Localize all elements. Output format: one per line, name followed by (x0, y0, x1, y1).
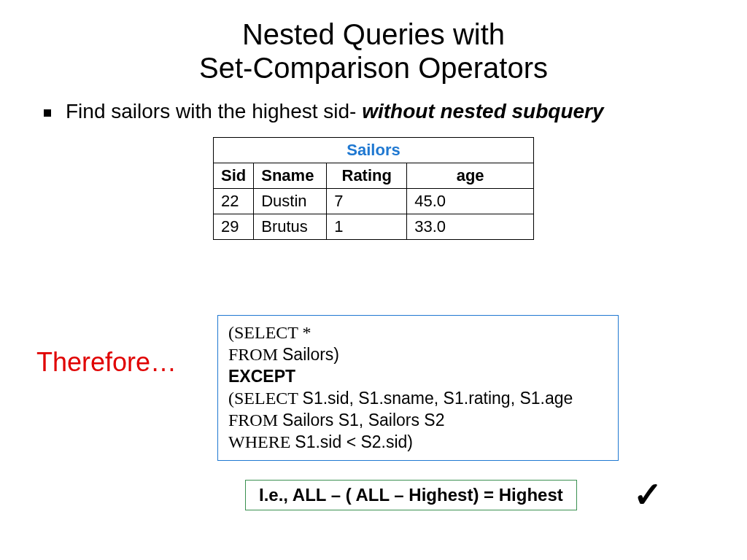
table-row: 22 Dustin 7 45.0 (214, 188, 534, 214)
sql-keyword: WHERE (228, 432, 295, 451)
sql-line: (SELECT S1.sid, S1.sname, S1.rating, S1.… (228, 387, 608, 409)
col-header-rating: Rating (327, 163, 407, 188)
table-header-row: Sid Sname Rating age (214, 163, 534, 188)
title-line-1: Nested Queries with (242, 18, 505, 50)
bullet-icon (44, 109, 51, 117)
table-title-row: Sailors (214, 137, 534, 163)
title-line-2: Set-Comparison Operators (199, 52, 548, 84)
summary-box: I.e., ALL – ( ALL – Highest) = Highest (245, 480, 577, 510)
check-icon: ✓ (633, 474, 662, 515)
sql-keyword: (SELECT (228, 389, 303, 408)
sql-arg: S1.sid < S2.sid) (295, 432, 413, 451)
sailors-table-wrap: Sailors Sid Sname Rating age 22 Dustin 7… (213, 137, 534, 240)
bullet-text: Find sailors with the highest sid- witho… (66, 99, 604, 124)
sql-line: FROM Sailors) (228, 343, 608, 365)
bullet-item: Find sailors with the highest sid- witho… (44, 99, 747, 124)
sql-line: WHERE S1.sid < S2.sid) (228, 431, 608, 453)
cell-age: 33.0 (407, 214, 534, 239)
cell-age: 45.0 (407, 188, 534, 214)
sailors-table: Sailors Sid Sname Rating age 22 Dustin 7… (213, 137, 534, 240)
sql-line: FROM Sailors S1, Sailors S2 (228, 409, 608, 431)
sql-query-box: (SELECT * FROM Sailors) EXCEPT (SELECT S… (217, 315, 619, 461)
sql-keyword: FROM (228, 411, 282, 429)
cell-sname: Dustin (254, 188, 327, 214)
sql-line: EXCEPT (228, 365, 608, 387)
cell-sid: 22 (214, 188, 254, 214)
sql-arg: Sailors) (282, 345, 339, 364)
therefore-label: Therefore… (36, 347, 177, 378)
sql-line: (SELECT * (228, 322, 608, 343)
cell-rating: 7 (327, 188, 407, 214)
table-row: 29 Brutus 1 33.0 (214, 214, 534, 239)
slide-title: Nested Queries with Set-Comparison Opera… (0, 0, 747, 85)
bullet-emphasis: without nested subquery (362, 100, 603, 122)
col-header-sname: Sname (254, 163, 327, 188)
sql-arg: Sailors S1, Sailors S2 (282, 411, 444, 429)
col-header-age: age (407, 163, 534, 188)
cell-rating: 1 (327, 214, 407, 239)
cell-sid: 29 (214, 214, 254, 239)
cell-sname: Brutus (254, 214, 327, 239)
table-title: Sailors (214, 137, 534, 163)
col-header-sid: Sid (214, 163, 254, 188)
sql-except: EXCEPT (228, 367, 295, 386)
sql-keyword: FROM (228, 345, 282, 364)
bullet-prefix: Find sailors with the highest sid- (66, 100, 362, 122)
sql-arg: S1.sid, S1.sname, S1.rating, S1.age (303, 389, 573, 408)
sql-keyword: (SELECT * (228, 323, 311, 342)
